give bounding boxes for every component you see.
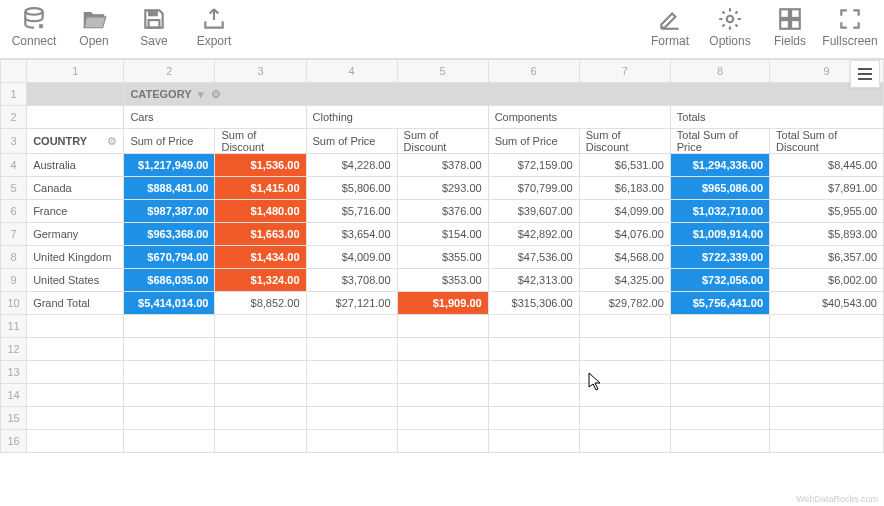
row-num[interactable]: 14 bbox=[1, 384, 27, 407]
group-header[interactable]: Cars bbox=[124, 106, 306, 129]
cell[interactable]: $5,893.00 bbox=[770, 223, 884, 246]
toolbar-fullscreen[interactable]: Fullscreen bbox=[826, 6, 874, 54]
row-num[interactable]: 4 bbox=[1, 154, 27, 177]
toolbar-export[interactable]: Export bbox=[190, 6, 238, 54]
row-label[interactable]: France bbox=[27, 200, 124, 223]
cell[interactable]: $1,294,336.00 bbox=[670, 154, 769, 177]
empty-cell[interactable] bbox=[215, 430, 306, 453]
toolbar-format[interactable]: Format bbox=[646, 6, 694, 54]
measure-header[interactable]: Total Sum of Discount bbox=[770, 129, 884, 154]
empty-cell[interactable] bbox=[397, 384, 488, 407]
empty-cell[interactable] bbox=[124, 407, 215, 430]
cell[interactable]: $670,794.00 bbox=[124, 246, 215, 269]
empty-cell[interactable] bbox=[670, 430, 769, 453]
empty-cell[interactable] bbox=[27, 361, 124, 384]
cell[interactable]: $1,480.00 bbox=[215, 200, 306, 223]
empty-cell[interactable] bbox=[670, 315, 769, 338]
cell[interactable]: $722,339.00 bbox=[670, 246, 769, 269]
cell[interactable]: $1,009,914.00 bbox=[670, 223, 769, 246]
measure-header[interactable]: Sum of Discount bbox=[579, 129, 670, 154]
empty-cell[interactable] bbox=[770, 315, 884, 338]
row-label[interactable]: Australia bbox=[27, 154, 124, 177]
empty-cell[interactable] bbox=[770, 384, 884, 407]
row-label[interactable]: Grand Total bbox=[27, 292, 124, 315]
row-label[interactable]: Germany bbox=[27, 223, 124, 246]
col-num[interactable]: 8 bbox=[670, 60, 769, 83]
row-num[interactable]: 7 bbox=[1, 223, 27, 246]
empty-cell[interactable] bbox=[488, 315, 579, 338]
row-label[interactable]: Canada bbox=[27, 177, 124, 200]
cell[interactable]: $1,536.00 bbox=[215, 154, 306, 177]
cell[interactable]: $1,663.00 bbox=[215, 223, 306, 246]
cell[interactable]: $353.00 bbox=[397, 269, 488, 292]
measure-header[interactable]: Total Sum of Price bbox=[670, 129, 769, 154]
cell[interactable]: $888,481.00 bbox=[124, 177, 215, 200]
empty-cell[interactable] bbox=[579, 430, 670, 453]
cell[interactable]: $963,368.00 bbox=[124, 223, 215, 246]
empty-cell[interactable] bbox=[579, 338, 670, 361]
settings-icon[interactable]: ⚙ bbox=[211, 88, 221, 100]
group-header[interactable]: Components bbox=[488, 106, 670, 129]
cell[interactable]: $315,306.00 bbox=[488, 292, 579, 315]
empty-cell[interactable] bbox=[124, 384, 215, 407]
cell[interactable]: $3,654.00 bbox=[306, 223, 397, 246]
empty-cell[interactable] bbox=[397, 315, 488, 338]
cell[interactable]: $1,217,949.00 bbox=[124, 154, 215, 177]
empty-cell[interactable] bbox=[27, 407, 124, 430]
cell[interactable]: $42,892.00 bbox=[488, 223, 579, 246]
empty-cell[interactable] bbox=[397, 338, 488, 361]
empty-cell[interactable] bbox=[488, 384, 579, 407]
row-num[interactable]: 1 bbox=[1, 83, 27, 106]
cell[interactable]: $6,357.00 bbox=[770, 246, 884, 269]
cell[interactable]: $6,183.00 bbox=[579, 177, 670, 200]
empty-cell[interactable] bbox=[215, 384, 306, 407]
cell[interactable]: $293.00 bbox=[397, 177, 488, 200]
row-num[interactable]: 8 bbox=[1, 246, 27, 269]
cell[interactable]: $4,568.00 bbox=[579, 246, 670, 269]
cell[interactable]: $5,955.00 bbox=[770, 200, 884, 223]
empty-cell[interactable] bbox=[306, 338, 397, 361]
empty-cell[interactable] bbox=[124, 361, 215, 384]
grid-menu-button[interactable] bbox=[850, 60, 880, 88]
empty-cell[interactable] bbox=[306, 361, 397, 384]
measure-header[interactable]: Sum of Price bbox=[306, 129, 397, 154]
row-num[interactable]: 10 bbox=[1, 292, 27, 315]
empty-cell[interactable] bbox=[670, 384, 769, 407]
empty-cell[interactable] bbox=[306, 430, 397, 453]
cell[interactable]: $47,536.00 bbox=[488, 246, 579, 269]
empty-cell[interactable] bbox=[770, 338, 884, 361]
empty-cell[interactable] bbox=[670, 338, 769, 361]
col-num[interactable]: 4 bbox=[306, 60, 397, 83]
empty-cell[interactable] bbox=[27, 315, 124, 338]
cell[interactable]: $27,121.00 bbox=[306, 292, 397, 315]
empty-cell[interactable] bbox=[488, 338, 579, 361]
toolbar-connect[interactable]: Connect bbox=[10, 6, 58, 54]
cell[interactable]: $1,032,710.00 bbox=[670, 200, 769, 223]
row-num[interactable]: 5 bbox=[1, 177, 27, 200]
cell[interactable]: $72,159.00 bbox=[488, 154, 579, 177]
cell[interactable]: $1,415.00 bbox=[215, 177, 306, 200]
empty-cell[interactable] bbox=[27, 338, 124, 361]
row-num[interactable]: 9 bbox=[1, 269, 27, 292]
empty-cell[interactable] bbox=[488, 430, 579, 453]
col-num[interactable]: 3 bbox=[215, 60, 306, 83]
cell[interactable]: $5,414,014.00 bbox=[124, 292, 215, 315]
empty-cell[interactable] bbox=[215, 361, 306, 384]
cell[interactable]: $5,806.00 bbox=[306, 177, 397, 200]
toolbar-options[interactable]: Options bbox=[706, 6, 754, 54]
empty-cell[interactable] bbox=[27, 384, 124, 407]
empty-cell[interactable] bbox=[770, 361, 884, 384]
empty-cell[interactable] bbox=[488, 361, 579, 384]
empty-cell[interactable] bbox=[397, 407, 488, 430]
empty-cell[interactable] bbox=[124, 315, 215, 338]
empty-cell[interactable] bbox=[124, 338, 215, 361]
cell[interactable]: $4,325.00 bbox=[579, 269, 670, 292]
empty-cell[interactable] bbox=[579, 315, 670, 338]
empty-cell[interactable] bbox=[306, 407, 397, 430]
cell[interactable]: $732,056.00 bbox=[670, 269, 769, 292]
row-num[interactable]: 2 bbox=[1, 106, 27, 129]
cell[interactable]: $42,313.00 bbox=[488, 269, 579, 292]
cell[interactable]: $5,756,441.00 bbox=[670, 292, 769, 315]
row-num[interactable]: 12 bbox=[1, 338, 27, 361]
empty-cell[interactable] bbox=[579, 384, 670, 407]
